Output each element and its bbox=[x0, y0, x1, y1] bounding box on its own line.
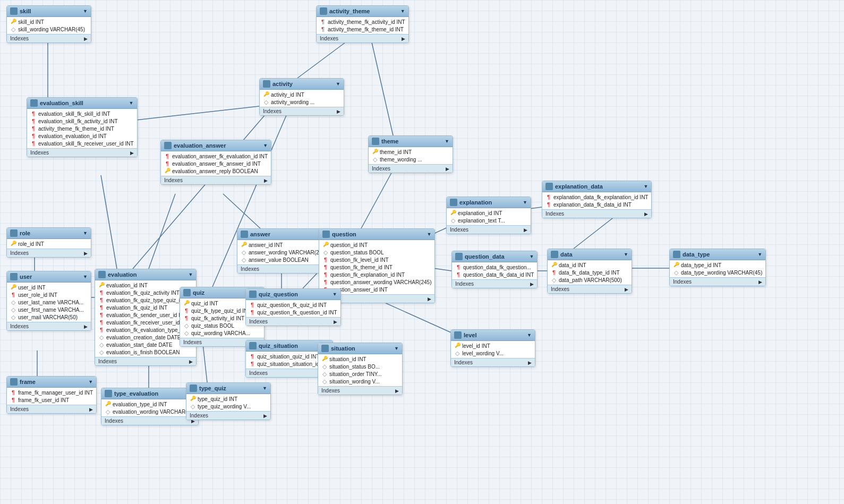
indexes-evaluation[interactable]: Indexes▶ bbox=[95, 357, 196, 365]
table-header-data[interactable]: data▼ bbox=[548, 249, 632, 260]
table-header-theme[interactable]: theme▼ bbox=[369, 136, 453, 147]
indexes-frame[interactable]: Indexes▶ bbox=[7, 405, 96, 413]
table-type_evaluation[interactable]: type_evaluation▼🔑evaluation_type_id INT◇… bbox=[101, 388, 199, 425]
table-header-type_evaluation[interactable]: type_evaluation▼ bbox=[101, 388, 198, 399]
header-arrow-evaluation_answer[interactable]: ▼ bbox=[263, 143, 268, 148]
header-arrow-user[interactable]: ▼ bbox=[83, 274, 88, 279]
table-header-role[interactable]: role▼ bbox=[7, 228, 91, 239]
table-level[interactable]: level▼🔑level_id INT◇level_wording V...In… bbox=[450, 329, 535, 367]
table-type_quiz[interactable]: type_quiz▼🔑type_quiz_id INT◇type_quiz_wo… bbox=[186, 382, 271, 420]
table-header-answer[interactable]: answer▼ bbox=[237, 229, 330, 240]
indexes-arrow[interactable]: ▶ bbox=[528, 360, 532, 365]
table-header-type_quiz[interactable]: type_quiz▼ bbox=[186, 383, 270, 394]
indexes-arrow[interactable]: ▶ bbox=[524, 227, 527, 233]
indexes-situation[interactable]: Indexes▶ bbox=[318, 386, 402, 395]
table-activity[interactable]: activity▼🔑activity_id INT◇activity_wordi… bbox=[259, 78, 344, 116]
table-header-frame[interactable]: frame▼ bbox=[7, 377, 96, 388]
indexes-type_quiz[interactable]: Indexes▶ bbox=[186, 411, 270, 420]
indexes-role[interactable]: Indexes▶ bbox=[7, 249, 91, 257]
table-question_data[interactable]: question_data▼¶question_data_fk_question… bbox=[451, 251, 538, 288]
table-header-explanation_data[interactable]: explanation_data▼ bbox=[542, 181, 651, 192]
indexes-arrow[interactable]: ▶ bbox=[337, 109, 340, 114]
table-header-question[interactable]: question▼ bbox=[319, 229, 434, 240]
indexes-arrow[interactable]: ▶ bbox=[84, 324, 88, 329]
header-arrow-activity[interactable]: ▼ bbox=[336, 81, 340, 87]
indexes-activity[interactable]: Indexes▶ bbox=[260, 107, 344, 115]
table-header-user[interactable]: user▼ bbox=[7, 271, 91, 283]
table-role[interactable]: role▼🔑role_id INTIndexes▶ bbox=[6, 227, 91, 258]
indexes-arrow[interactable]: ▶ bbox=[263, 413, 267, 418]
table-header-activity_theme[interactable]: activity_theme▼ bbox=[317, 6, 408, 17]
indexes-data[interactable]: Indexes▶ bbox=[548, 285, 632, 293]
table-header-evaluation_answer[interactable]: evaluation_answer▼ bbox=[161, 140, 271, 151]
indexes-arrow[interactable]: ▶ bbox=[758, 279, 762, 285]
table-header-evaluation[interactable]: evaluation▼ bbox=[95, 269, 196, 280]
header-arrow-question[interactable]: ▼ bbox=[427, 232, 432, 237]
indexes-arrow[interactable]: ▶ bbox=[89, 407, 93, 412]
header-arrow-evaluation[interactable]: ▼ bbox=[189, 272, 193, 277]
header-arrow-theme[interactable]: ▼ bbox=[445, 139, 449, 144]
indexes-arrow[interactable]: ▶ bbox=[446, 166, 449, 172]
indexes-evaluation_answer[interactable]: Indexes▶ bbox=[161, 176, 271, 184]
table-quiz_question[interactable]: quiz_question▼¶quiz_question_fk_quiz_id … bbox=[245, 288, 341, 326]
table-header-situation[interactable]: situation▼ bbox=[318, 343, 402, 354]
table-explanation[interactable]: explanation▼🔑explanation_id INT◇explanat… bbox=[446, 197, 531, 234]
indexes-arrow[interactable]: ▶ bbox=[402, 36, 405, 41]
indexes-arrow[interactable]: ▶ bbox=[84, 251, 88, 256]
indexes-arrow[interactable]: ▶ bbox=[625, 287, 628, 292]
table-header-skill[interactable]: skill▼ bbox=[7, 6, 91, 17]
indexes-evaluation_skill[interactable]: Indexes▶ bbox=[27, 148, 137, 157]
header-arrow-activity_theme[interactable]: ▼ bbox=[400, 8, 405, 14]
indexes-arrow[interactable]: ▶ bbox=[130, 150, 134, 156]
table-header-evaluation_skill[interactable]: evaluation_skill▼ bbox=[27, 98, 137, 109]
table-theme[interactable]: theme▼🔑theme_id INT◇theme_wording ...Ind… bbox=[368, 135, 453, 173]
header-arrow-evaluation_skill[interactable]: ▼ bbox=[129, 100, 134, 106]
indexes-activity_theme[interactable]: Indexes▶ bbox=[317, 34, 408, 42]
table-header-level[interactable]: level▼ bbox=[451, 330, 535, 341]
table-skill[interactable]: skill▼🔑skill_id INT◇skill_wording VARCHA… bbox=[6, 5, 91, 43]
table-data[interactable]: data▼🔑data_id INT¶data_fk_data_type_id I… bbox=[547, 249, 632, 294]
indexes-arrow[interactable]: ▶ bbox=[644, 211, 648, 217]
table-header-data_type[interactable]: data_type▼ bbox=[670, 249, 765, 260]
table-header-activity[interactable]: activity▼ bbox=[260, 79, 344, 90]
table-frame[interactable]: frame▼¶frame_fk_manager_user_id INT¶fram… bbox=[6, 376, 97, 414]
indexes-theme[interactable]: Indexes▶ bbox=[369, 164, 453, 173]
indexes-arrow[interactable]: ▶ bbox=[395, 388, 399, 394]
indexes-arrow[interactable]: ▶ bbox=[334, 319, 337, 324]
indexes-type_evaluation[interactable]: Indexes▶ bbox=[101, 416, 198, 425]
indexes-question_data[interactable]: Indexes▶ bbox=[452, 279, 537, 288]
indexes-user[interactable]: Indexes▶ bbox=[7, 322, 91, 330]
header-arrow-data[interactable]: ▼ bbox=[624, 252, 628, 257]
indexes-explanation[interactable]: Indexes▶ bbox=[447, 225, 531, 234]
indexes-arrow[interactable]: ▶ bbox=[84, 36, 88, 41]
table-situation[interactable]: situation▼🔑situation_id INT◇situation_st… bbox=[318, 343, 403, 395]
indexes-skill[interactable]: Indexes▶ bbox=[7, 34, 91, 42]
indexes-answer[interactable]: Indexes▶ bbox=[237, 264, 330, 273]
table-answer[interactable]: answer▼🔑answer_id INT◇answer_wording VAR… bbox=[237, 228, 330, 274]
indexes-arrow[interactable]: ▶ bbox=[530, 281, 534, 287]
header-arrow-situation[interactable]: ▼ bbox=[394, 346, 399, 351]
header-arrow-type_quiz[interactable]: ▼ bbox=[262, 386, 267, 391]
table-header-question_data[interactable]: question_data▼ bbox=[452, 251, 537, 262]
indexes-data_type[interactable]: Indexes▶ bbox=[670, 277, 765, 286]
header-arrow-question_data[interactable]: ▼ bbox=[530, 254, 534, 259]
indexes-arrow[interactable]: ▶ bbox=[428, 296, 431, 302]
table-user[interactable]: user▼🔑user_id INT¶user_role_id INT◇user_… bbox=[6, 271, 91, 331]
indexes-level[interactable]: Indexes▶ bbox=[451, 358, 535, 366]
indexes-explanation_data[interactable]: Indexes▶ bbox=[542, 209, 651, 218]
header-arrow-skill[interactable]: ▼ bbox=[83, 8, 88, 14]
indexes-arrow[interactable]: ▶ bbox=[189, 359, 193, 364]
table-evaluation_answer[interactable]: evaluation_answer▼¶evaluation_answer_fk_… bbox=[160, 140, 271, 185]
header-arrow-quiz_question[interactable]: ▼ bbox=[333, 292, 337, 297]
table-evaluation_skill[interactable]: evaluation_skill▼¶evaluation_skill_fk_sk… bbox=[27, 97, 138, 157]
indexes-quiz_question[interactable]: Indexes▶ bbox=[246, 317, 340, 326]
header-arrow-explanation[interactable]: ▼ bbox=[523, 200, 527, 205]
header-arrow-role[interactable]: ▼ bbox=[83, 230, 88, 236]
table-header-explanation[interactable]: explanation▼ bbox=[447, 197, 531, 208]
table-data_type[interactable]: data_type▼🔑data_type_id INT◇data_type_wo… bbox=[669, 249, 766, 286]
table-explanation_data[interactable]: explanation_data▼¶explanation_data_fk_ex… bbox=[542, 181, 652, 218]
indexes-arrow[interactable]: ▶ bbox=[264, 178, 268, 183]
header-arrow-explanation_data[interactable]: ▼ bbox=[644, 184, 649, 189]
table-header-quiz_question[interactable]: quiz_question▼ bbox=[246, 289, 340, 300]
header-arrow-level[interactable]: ▼ bbox=[527, 332, 532, 338]
